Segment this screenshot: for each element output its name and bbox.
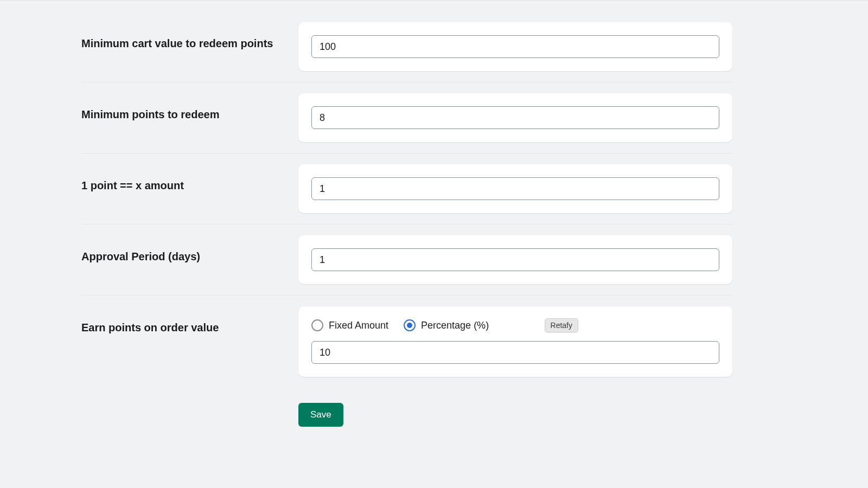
min-points-input[interactable] — [311, 106, 719, 129]
radio-fixed-amount[interactable]: Fixed Amount — [311, 319, 388, 331]
label-earn-points: Earn points on order value — [81, 322, 298, 334]
label-min-cart: Minimum cart value to redeem points — [81, 37, 298, 50]
point-amount-input[interactable] — [311, 177, 719, 200]
label-point-amount: 1 point == x amount — [81, 179, 298, 192]
row-min-cart: Minimum cart value to redeem points — [81, 22, 732, 82]
settings-form: Minimum cart value to redeem points Mini… — [81, 1, 732, 427]
card-approval-period — [298, 235, 732, 284]
label-min-points: Minimum points to redeem — [81, 108, 298, 121]
card-point-amount — [298, 164, 732, 213]
radio-icon-selected — [404, 319, 416, 331]
label-approval-period: Approval Period (days) — [81, 251, 298, 263]
min-cart-input[interactable] — [311, 35, 719, 58]
retafy-badge: Retafy — [545, 318, 578, 332]
row-approval-period: Approval Period (days) — [81, 235, 732, 296]
row-point-amount: 1 point == x amount — [81, 164, 732, 224]
radio-icon — [311, 319, 323, 331]
earn-points-value-input[interactable] — [311, 341, 719, 364]
actions-row: Save — [298, 399, 732, 427]
radio-dot-icon — [407, 323, 412, 328]
approval-period-input[interactable] — [311, 248, 719, 271]
save-button[interactable]: Save — [298, 403, 343, 427]
radio-percentage[interactable]: Percentage (%) — [404, 319, 489, 331]
radio-percentage-label: Percentage (%) — [421, 320, 489, 331]
row-min-points: Minimum points to redeem — [81, 93, 732, 153]
row-earn-points: Earn points on order value Fixed Amount … — [81, 306, 732, 388]
radio-fixed-label: Fixed Amount — [329, 320, 388, 331]
card-min-cart — [298, 22, 732, 71]
card-earn-points: Fixed Amount Percentage (%) Retafy — [298, 306, 732, 377]
card-min-points — [298, 93, 732, 142]
earn-type-radio-group: Fixed Amount Percentage (%) Retafy — [311, 319, 719, 331]
